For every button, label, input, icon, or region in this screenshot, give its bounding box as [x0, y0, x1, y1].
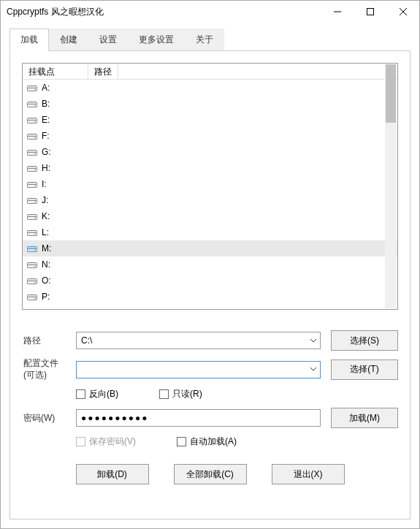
- save-password-checkbox: 保存密码(V): [76, 435, 136, 448]
- unmount-all-button[interactable]: 全部卸载(C): [174, 464, 247, 484]
- tab-content: 挂载点 路径 A:B:E:F:G:H:I:J:K:L:M:N:O:P: 路径 C…: [9, 50, 411, 520]
- checkbox-icon: [159, 389, 169, 399]
- svg-point-12: [34, 121, 36, 122]
- tab-1[interactable]: 创建: [49, 28, 88, 51]
- drive-icon: [27, 116, 37, 124]
- close-button[interactable]: [386, 1, 419, 23]
- svg-point-27: [34, 201, 36, 202]
- list-item[interactable]: I:: [23, 176, 397, 192]
- svg-point-30: [34, 217, 36, 218]
- svg-point-24: [34, 185, 36, 186]
- tab-3[interactable]: 更多设置: [128, 28, 185, 51]
- svg-point-9: [34, 104, 36, 106]
- readonly-checkbox[interactable]: 只读(R): [159, 388, 202, 400]
- exit-button[interactable]: 退出(X): [272, 464, 345, 484]
- tab-4[interactable]: 关于: [185, 28, 224, 51]
- drive-letter: J:: [42, 195, 48, 205]
- checkbox-icon: [177, 437, 186, 446]
- form: 路径 C:\ 选择(S) 配置文件 (可选): [22, 330, 398, 484]
- drive-letter: M:: [42, 243, 51, 254]
- maximize-button[interactable]: [354, 1, 386, 23]
- drive-icon: [27, 148, 37, 156]
- svg-point-42: [34, 281, 36, 283]
- window-title: Cppcryptfs 风之暇想汉化: [7, 6, 321, 18]
- chevron-down-icon: [307, 339, 320, 343]
- list-item[interactable]: P:: [23, 289, 397, 305]
- header-mount[interactable]: 挂载点: [23, 64, 88, 79]
- chevron-down-icon: [307, 368, 320, 371]
- select-config-button[interactable]: 选择(T): [331, 359, 398, 380]
- list-item[interactable]: L:: [23, 224, 397, 240]
- svg-point-39: [34, 265, 36, 267]
- svg-point-6: [34, 88, 36, 90]
- list-item[interactable]: N:: [23, 256, 397, 273]
- drive-letter: G:: [42, 147, 51, 157]
- checkbox-icon: [76, 389, 85, 399]
- tab-bar: 加载创建设置更多设置关于: [1, 23, 419, 51]
- tab-2[interactable]: 设置: [88, 28, 128, 51]
- reverse-checkbox[interactable]: 反向(B): [76, 388, 118, 400]
- svg-point-45: [34, 297, 36, 299]
- path-combo[interactable]: C:\: [76, 332, 321, 349]
- svg-rect-1: [367, 9, 373, 15]
- svg-point-33: [34, 233, 36, 235]
- list-item[interactable]: O:: [23, 273, 397, 289]
- svg-point-18: [34, 153, 36, 154]
- drive-letter: L:: [42, 227, 49, 237]
- password-input[interactable]: ●●●●●●●●●●: [76, 409, 321, 427]
- list-item[interactable]: G:: [23, 144, 397, 160]
- list-item[interactable]: J:: [23, 192, 397, 208]
- list-item[interactable]: E:: [23, 112, 397, 128]
- select-path-button[interactable]: 选择(S): [331, 330, 398, 351]
- mount-list: 挂载点 路径 A:B:E:F:G:H:I:J:K:L:M:N:O:P:: [22, 63, 398, 310]
- drive-letter: O:: [42, 275, 51, 286]
- drive-letter: K:: [42, 211, 50, 221]
- drive-icon: [27, 100, 37, 108]
- drive-letter: P:: [42, 292, 50, 302]
- window-controls: [321, 1, 419, 23]
- drive-icon: [27, 293, 37, 301]
- config-combo[interactable]: [76, 361, 321, 378]
- list-body[interactable]: A:B:E:F:G:H:I:J:K:L:M:N:O:P:: [23, 80, 397, 309]
- drive-letter: A:: [42, 83, 50, 93]
- checkbox-icon: [76, 437, 85, 446]
- unmount-button[interactable]: 卸载(D): [76, 464, 149, 484]
- drive-letter: B:: [42, 99, 50, 109]
- drive-letter: I:: [42, 179, 47, 189]
- drive-icon: [27, 229, 37, 237]
- drive-icon: [27, 132, 37, 140]
- drive-icon: [27, 261, 37, 269]
- header-path[interactable]: 路径: [88, 64, 118, 79]
- list-item[interactable]: B:: [23, 96, 397, 112]
- drive-icon: [27, 164, 37, 172]
- list-item[interactable]: F:: [23, 128, 397, 144]
- tab-0[interactable]: 加载: [9, 28, 49, 51]
- path-label: 路径: [22, 335, 76, 347]
- auto-mount-checkbox[interactable]: 自动加载(A): [177, 435, 237, 448]
- drive-icon: [27, 277, 37, 285]
- minimize-button[interactable]: [321, 1, 354, 23]
- drive-letter: F:: [42, 131, 50, 141]
- drive-letter: E:: [42, 115, 50, 125]
- drive-icon: [27, 180, 37, 189]
- list-item[interactable]: A:: [23, 80, 397, 96]
- scrollbar[interactable]: [385, 64, 397, 308]
- drive-letter: N:: [42, 259, 50, 270]
- drive-icon: [27, 245, 37, 253]
- bottom-buttons: 卸载(D) 全部卸载(C) 退出(X): [22, 464, 398, 484]
- list-header: 挂载点 路径: [23, 64, 397, 80]
- list-item[interactable]: M:: [23, 240, 397, 256]
- titlebar: Cppcryptfs 风之暇想汉化: [1, 1, 419, 23]
- password-label: 密码(W): [22, 412, 76, 425]
- scrollbar-thumb[interactable]: [386, 64, 396, 123]
- path-value: C:\: [77, 335, 307, 346]
- drive-icon: [27, 213, 37, 221]
- list-item[interactable]: K:: [23, 208, 397, 224]
- mount-button[interactable]: 加载(M): [331, 408, 398, 428]
- drive-icon: [27, 197, 37, 205]
- list-item[interactable]: H:: [23, 160, 397, 176]
- drive-icon: [27, 84, 37, 92]
- svg-point-36: [34, 249, 36, 251]
- config-label: 配置文件 (可选): [22, 358, 76, 381]
- drive-letter: H:: [42, 163, 50, 173]
